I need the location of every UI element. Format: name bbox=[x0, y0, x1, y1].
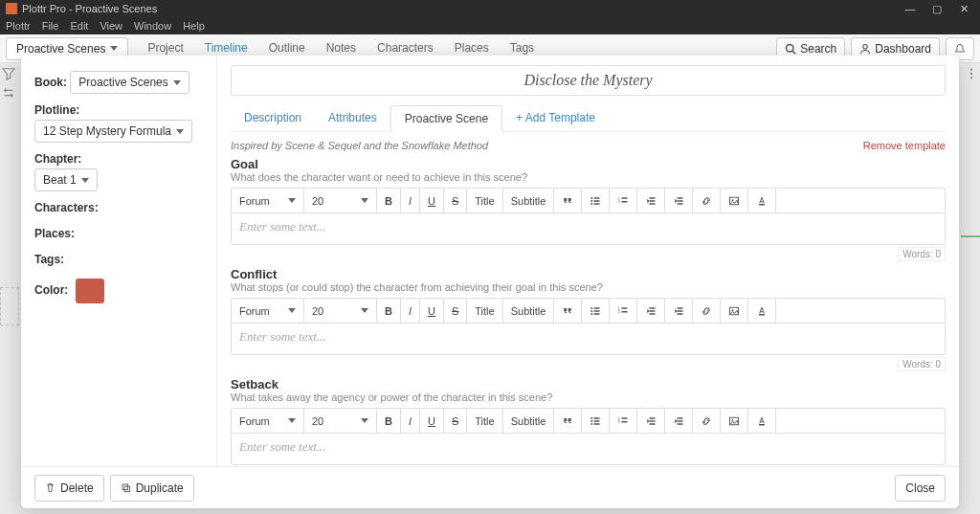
svg-point-23 bbox=[591, 313, 593, 315]
section-goal: Goal What does the character want or nee… bbox=[231, 157, 946, 261]
underline-button[interactable]: U bbox=[420, 299, 444, 323]
heading-subtitle-button[interactable]: Subtitle bbox=[503, 299, 555, 323]
font-size-select[interactable]: 20 bbox=[304, 409, 377, 433]
svg-rect-18 bbox=[759, 204, 765, 206]
outdent-button[interactable] bbox=[637, 409, 665, 433]
menu-plottr[interactable]: Plottr bbox=[6, 20, 31, 32]
image-button[interactable] bbox=[721, 189, 748, 212]
indent-button[interactable] bbox=[665, 409, 693, 433]
font-select[interactable]: Forum bbox=[232, 409, 304, 433]
menu-help[interactable]: Help bbox=[183, 20, 205, 32]
underline-button[interactable]: U bbox=[420, 189, 444, 212]
svg-text:2: 2 bbox=[618, 310, 620, 314]
bold-button[interactable]: B bbox=[377, 189, 401, 212]
numbered-list-button[interactable]: 12 bbox=[610, 299, 637, 323]
outdent-button[interactable] bbox=[637, 299, 665, 323]
svg-point-3 bbox=[970, 68, 972, 70]
svg-rect-15 bbox=[622, 201, 628, 203]
link-button[interactable] bbox=[693, 409, 721, 433]
subtab-proactive-scene[interactable]: Proactive Scene bbox=[390, 105, 502, 132]
section-title: Setback bbox=[231, 377, 946, 391]
bullet-list-button[interactable] bbox=[582, 189, 610, 212]
filter-icon[interactable] bbox=[2, 67, 15, 80]
subtab-add-template[interactable]: + Add Template bbox=[502, 105, 609, 131]
editor-body[interactable]: Enter some text... bbox=[231, 433, 946, 465]
flip-icon[interactable] bbox=[2, 86, 15, 100]
font-size-select[interactable]: 20 bbox=[304, 299, 377, 323]
plotline-dropdown[interactable]: 12 Step Mystery Formula bbox=[34, 120, 192, 143]
subtab-attributes[interactable]: Attributes bbox=[315, 105, 390, 131]
outdent-icon bbox=[645, 305, 657, 317]
text-color-button[interactable] bbox=[748, 409, 776, 433]
bold-button[interactable]: B bbox=[377, 409, 401, 433]
svg-rect-41 bbox=[622, 421, 628, 423]
numbered-list-button[interactable]: 12 bbox=[610, 409, 637, 433]
link-button[interactable] bbox=[693, 299, 721, 323]
color-swatch[interactable] bbox=[76, 279, 104, 303]
menu-edit[interactable]: Edit bbox=[70, 20, 88, 32]
strikethrough-button[interactable]: S bbox=[444, 409, 467, 433]
book-dropdown[interactable]: Proactive Scenes bbox=[70, 71, 189, 94]
font-size-select[interactable]: 20 bbox=[304, 189, 377, 212]
indent-button[interactable] bbox=[665, 299, 693, 323]
strikethrough-button[interactable]: S bbox=[444, 299, 467, 323]
italic-button[interactable]: I bbox=[401, 409, 420, 433]
placeholder-text: Enter some text... bbox=[239, 329, 326, 344]
quote-button[interactable] bbox=[554, 409, 582, 433]
subtab-description[interactable]: Description bbox=[231, 105, 315, 131]
quote-button[interactable] bbox=[554, 189, 582, 212]
indent-button[interactable] bbox=[665, 189, 693, 212]
menu-window[interactable]: Window bbox=[134, 20, 171, 32]
minimize-button[interactable]: — bbox=[903, 2, 917, 15]
svg-rect-33 bbox=[594, 417, 600, 419]
bullet-list-button[interactable] bbox=[582, 299, 610, 323]
heading-title-button[interactable]: Title bbox=[467, 189, 502, 212]
more-icon[interactable] bbox=[965, 67, 978, 80]
quote-button[interactable] bbox=[554, 299, 582, 323]
italic-button[interactable]: I bbox=[401, 299, 420, 323]
image-button[interactable] bbox=[721, 299, 748, 323]
link-button[interactable] bbox=[693, 189, 721, 212]
numbered-list-button[interactable]: 12 bbox=[610, 189, 637, 212]
strikethrough-button[interactable]: S bbox=[444, 189, 467, 212]
underline-button[interactable]: U bbox=[420, 409, 444, 433]
menu-view[interactable]: View bbox=[100, 20, 122, 32]
bullet-list-button[interactable] bbox=[582, 409, 610, 433]
svg-rect-28 bbox=[622, 311, 628, 313]
bullet-list-icon bbox=[590, 305, 601, 317]
menu-file[interactable]: File bbox=[42, 20, 59, 32]
heading-subtitle-button[interactable]: Subtitle bbox=[503, 409, 555, 433]
italic-button[interactable]: I bbox=[401, 189, 420, 212]
caret-down-icon bbox=[288, 198, 296, 203]
text-color-button[interactable] bbox=[748, 189, 776, 212]
maximize-button[interactable]: ▢ bbox=[930, 2, 944, 15]
placeholder-text: Enter some text... bbox=[239, 219, 326, 234]
close-button[interactable]: Close bbox=[895, 475, 946, 502]
font-select[interactable]: Forum bbox=[232, 299, 304, 323]
duplicate-label: Duplicate bbox=[136, 481, 184, 495]
bold-button[interactable]: B bbox=[377, 299, 401, 323]
text-color-icon bbox=[756, 195, 768, 207]
text-color-button[interactable] bbox=[748, 299, 776, 323]
caret-down-icon bbox=[361, 308, 368, 313]
outdent-button[interactable] bbox=[637, 189, 665, 212]
numbered-list-icon: 12 bbox=[617, 305, 629, 317]
book-label: Book: bbox=[34, 76, 67, 89]
heading-title-button[interactable]: Title bbox=[467, 299, 502, 323]
duplicate-button[interactable]: Duplicate bbox=[110, 475, 194, 502]
heading-title-button[interactable]: Title bbox=[467, 409, 502, 433]
image-button[interactable] bbox=[721, 409, 748, 433]
close-window-button[interactable]: ✕ bbox=[957, 2, 970, 15]
chapter-dropdown[interactable]: Beat 1 bbox=[34, 168, 98, 191]
remove-template-link[interactable]: Remove template bbox=[863, 140, 946, 151]
editor-toolbar: Forum 20 B I U S Title Subtitle 12 bbox=[231, 188, 946, 212]
editor-body[interactable]: Enter some text... bbox=[231, 323, 946, 355]
quote-icon bbox=[562, 195, 573, 207]
font-select[interactable]: Forum bbox=[232, 189, 304, 212]
modal-main: Disclose the Mystery Description Attribu… bbox=[217, 56, 959, 508]
heading-subtitle-button[interactable]: Subtitle bbox=[503, 189, 555, 212]
svg-rect-13 bbox=[622, 197, 628, 199]
scene-title-input[interactable]: Disclose the Mystery bbox=[231, 65, 946, 96]
delete-button[interactable]: Delete bbox=[34, 475, 104, 502]
editor-body[interactable]: Enter some text... bbox=[231, 212, 946, 245]
